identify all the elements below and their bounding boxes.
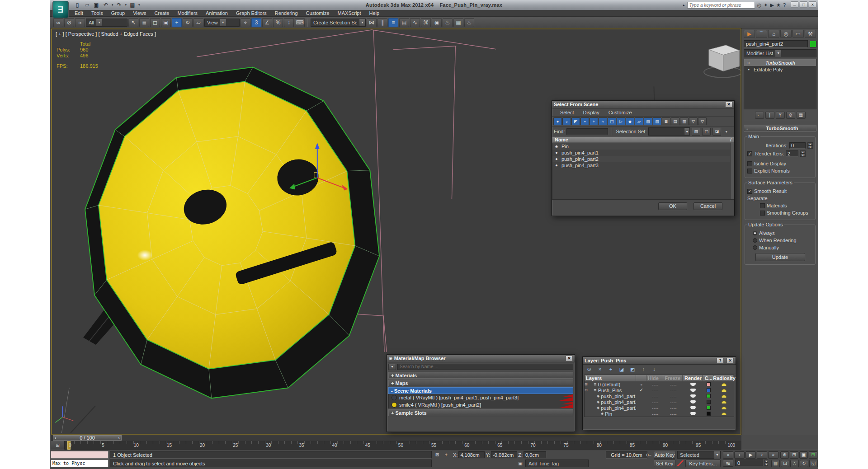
scrollbar[interactable] [730,143,734,199]
menu-item[interactable]: Edit [71,10,87,16]
hide-toggle[interactable]: ---- [647,382,664,387]
named-selection-set-dropdown[interactable]: Create Selection Se▼ [311,19,366,27]
display-filter-icon[interactable]: ▽ [698,117,707,125]
display-filter-icon[interactable]: + [590,117,598,125]
ok-button[interactable]: OK [658,202,687,210]
expand-icon[interactable]: ⊞ [585,382,589,386]
radiosity-cell[interactable] [714,407,734,409]
toolbar-icon[interactable]: ⊘ [64,18,74,27]
material-list-item[interactable]: smile4 ( VRayMtl ) [push_pin4_part2] [388,401,573,408]
layer-tool-icon[interactable]: ⊙ [585,366,593,373]
layer-tool-icon[interactable]: ↓ [650,366,658,373]
iterations-spinner[interactable]: ▲▼ [807,142,813,149]
layer-tool-icon[interactable]: ↑ [639,366,647,373]
menu-item[interactable]: Modifiers [173,10,202,16]
modifier-stack[interactable]: ○ TurboSmooth ▪ Editable Poly [744,59,816,109]
y-coordinate-field[interactable]: -0,082cm [491,451,517,458]
toolbar-icon[interactable]: ↕ [284,18,294,27]
viewport-label[interactable]: [ + ] [ Perspective ] [ Shaded + Edged F… [56,31,156,37]
menu-item[interactable]: Create [150,10,173,16]
menu-item[interactable]: Customize [604,110,637,115]
close-button[interactable]: × [809,1,816,8]
materials-section-header[interactable]: + Materials [388,372,573,379]
list-item[interactable]: ● push_pin4_part3 [552,162,734,169]
cancel-button[interactable]: Cancel [693,202,722,210]
command-panel-tab[interactable]: ▶ [744,30,755,38]
modifier-stack-item[interactable]: ○ TurboSmooth [744,59,816,66]
always-radio[interactable] [753,231,757,235]
set-key-mode-icon[interactable] [677,460,684,466]
modifier-stack-item[interactable]: ▪ Editable Poly [744,66,816,73]
display-filter-icon[interactable]: ≈ [599,117,607,125]
dialog-title-bar[interactable]: ◉ Material/Map Browser ✕ [387,355,575,362]
viewport-nav-icon[interactable]: ▣ [799,451,808,459]
object-color-swatch[interactable] [810,41,816,47]
layer-color-cell[interactable] [703,394,714,398]
hide-toggle[interactable]: ---- [647,388,664,393]
close-icon[interactable]: ✕ [725,102,732,108]
select-none-icon[interactable]: ▢ [702,128,711,136]
toolbar-icon[interactable]: ≣ [139,18,149,27]
layer-tool-icon[interactable]: ◪ [618,366,626,373]
display-filter-icon[interactable]: ● [553,117,562,125]
layer-row[interactable]: ◈ Pin ---- ---- [585,411,734,417]
render-toggle[interactable] [683,400,703,403]
freeze-toggle[interactable]: ---- [664,411,683,417]
viewport-nav-icon[interactable]: ▥ [771,460,780,467]
layer-row[interactable]: ⊞ ≣ 0 (default) ▫ ---- ---- [585,381,734,387]
toolbar-icon[interactable]: ♨ [443,18,453,27]
smoothing-groups-checkbox[interactable] [760,211,765,216]
menu-item[interactable]: Customize [302,10,334,16]
layer-row[interactable]: ◈ push_pin4_part1 ---- ---- [585,393,734,399]
display-filter-icon[interactable]: ◫ [608,117,616,125]
toolbar-icon[interactable]: ∥ [377,18,387,27]
browser-options-icon[interactable]: ▼ [388,364,396,370]
rollout-header[interactable]: - TurboSmooth [744,125,816,132]
next-frame-arrow-icon[interactable]: › [118,435,120,441]
display-filter-icon[interactable]: ▱ [635,117,643,125]
manually-radio[interactable] [753,245,757,250]
layer-color-cell[interactable] [703,412,714,416]
iterations-field[interactable]: 0 [789,142,806,149]
menu-item[interactable]: Views [129,10,150,16]
key-mode-toggle-icon[interactable]: ↹ [723,460,733,467]
play-icon[interactable]: ▶ [745,451,756,459]
list-item[interactable]: ● push_pin4_part2 [552,156,734,162]
infocenter-collapse-icon[interactable]: ▸ [683,3,685,7]
isoline-display-checkbox[interactable] [747,161,752,166]
list-item[interactable]: ◈ Pin [552,143,734,150]
viewport-nav-icon[interactable]: ⊞ [809,451,817,459]
render-toggle[interactable] [683,389,703,392]
display-filter-icon[interactable]: ≣ [662,117,670,125]
freeze-toggle[interactable]: ---- [664,399,683,405]
render-toggle[interactable] [683,412,703,415]
select-all-icon[interactable]: ▧ [692,128,700,136]
toolbar-icon[interactable]: ⋈ [367,18,377,27]
display-filter-icon[interactable]: ◒ [562,117,571,125]
select-invert-icon[interactable]: ◪ [712,128,721,136]
stack-tool-icon[interactable]: ▦ [797,112,806,119]
display-filter-icon[interactable]: ◆ [626,117,634,125]
help-icon[interactable]: ? [717,358,724,364]
previous-frame-arrow-icon[interactable]: ‹ [55,435,57,441]
display-filter-icon[interactable]: ▪ [580,117,589,125]
layer-row[interactable]: ◈ push_pin4_part3 ---- ---- [585,399,734,405]
display-filter-icon[interactable]: ▥ [680,117,689,125]
modifier-list-dropdown[interactable]: Modifier List▼ [744,49,816,57]
menu-item[interactable]: Select [556,110,579,115]
maximize-button[interactable]: □ [800,1,807,8]
radiosity-cell[interactable] [714,413,734,415]
material-list-item[interactable]: metal ( VRayMtl ) [push_pin4_part1, push… [388,394,573,401]
radiosity-cell[interactable] [714,383,734,386]
search-icon[interactable]: ◎ [757,2,762,8]
render-toggle[interactable] [683,394,703,398]
toolbar-icon[interactable]: 3 [251,18,261,27]
add-time-tag[interactable]: Add Time Tag [525,460,589,467]
dialog-title-bar[interactable]: Layer: Push_Pins ? ✕ [583,357,736,365]
go-to-end-icon[interactable]: » [768,451,778,459]
hide-toggle[interactable]: ---- [647,399,664,405]
render-toggle[interactable] [683,383,703,386]
layer-row[interactable]: ⊟ ≣ Push_Pins ✓ ---- ---- [585,387,734,393]
frame-spinner[interactable]: ▲▼ [764,460,769,466]
update-button[interactable]: Update [755,253,805,261]
